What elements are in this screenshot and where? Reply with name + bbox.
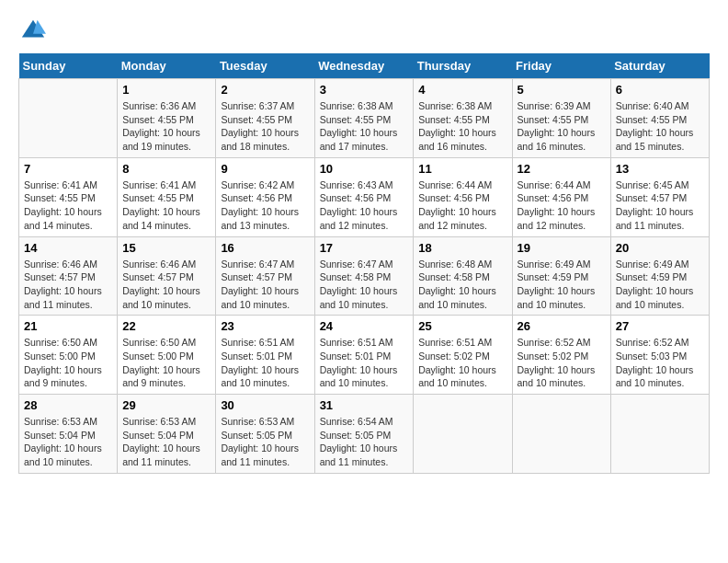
cell-info: Sunrise: 6:46 AM Sunset: 4:57 PM Dayligh…: [24, 258, 112, 312]
day-number: 1: [122, 83, 210, 97]
weekday-header: Tuesday: [216, 53, 314, 79]
day-number: 22: [122, 319, 210, 333]
cell-info: Sunrise: 6:43 AM Sunset: 4:56 PM Dayligh…: [320, 178, 409, 233]
cell-info: Sunrise: 6:52 AM Sunset: 5:02 PM Dayligh…: [518, 336, 606, 390]
day-number: 24: [320, 319, 409, 333]
logo-text: [18, 18, 48, 44]
page-header: [18, 18, 710, 44]
calendar-cell: 6Sunrise: 6:40 AM Sunset: 4:55 PM Daylig…: [610, 79, 709, 158]
day-number: 17: [320, 241, 409, 255]
day-number: 9: [221, 162, 309, 176]
logo: [18, 18, 48, 44]
cell-info: Sunrise: 6:52 AM Sunset: 5:03 PM Dayligh…: [616, 336, 704, 390]
day-number: 19: [518, 241, 606, 255]
calendar-cell: 4Sunrise: 6:38 AM Sunset: 4:55 PM Daylig…: [414, 79, 512, 158]
calendar-cell: 24Sunrise: 6:51 AM Sunset: 5:01 PM Dayli…: [314, 316, 414, 395]
cell-info: Sunrise: 6:38 AM Sunset: 4:55 PM Dayligh…: [418, 99, 506, 154]
cell-info: Sunrise: 6:49 AM Sunset: 4:59 PM Dayligh…: [518, 258, 606, 312]
cell-info: Sunrise: 6:41 AM Sunset: 4:55 PM Dayligh…: [24, 178, 112, 233]
calendar-week-row: 7Sunrise: 6:41 AM Sunset: 4:55 PM Daylig…: [19, 157, 710, 236]
calendar-cell: 20Sunrise: 6:49 AM Sunset: 4:59 PM Dayli…: [610, 236, 709, 316]
cell-info: Sunrise: 6:53 AM Sunset: 5:04 PM Dayligh…: [122, 415, 210, 469]
calendar-cell: 5Sunrise: 6:39 AM Sunset: 4:55 PM Daylig…: [512, 79, 610, 158]
calendar-cell: [610, 395, 709, 474]
cell-info: Sunrise: 6:44 AM Sunset: 4:56 PM Dayligh…: [418, 178, 506, 233]
day-number: 15: [122, 241, 210, 255]
calendar-cell: 12Sunrise: 6:44 AM Sunset: 4:56 PM Dayli…: [512, 157, 610, 236]
calendar-cell: [19, 79, 118, 158]
calendar-cell: 28Sunrise: 6:53 AM Sunset: 5:04 PM Dayli…: [19, 395, 118, 474]
day-number: 12: [518, 162, 606, 176]
cell-info: Sunrise: 6:54 AM Sunset: 5:05 PM Dayligh…: [320, 415, 409, 469]
calendar-cell: 26Sunrise: 6:52 AM Sunset: 5:02 PM Dayli…: [512, 316, 610, 395]
calendar-cell: 9Sunrise: 6:42 AM Sunset: 4:56 PM Daylig…: [216, 157, 314, 236]
calendar-cell: 8Sunrise: 6:41 AM Sunset: 4:55 PM Daylig…: [118, 157, 216, 236]
cell-info: Sunrise: 6:51 AM Sunset: 5:01 PM Dayligh…: [221, 336, 309, 390]
weekday-header: Wednesday: [314, 53, 414, 79]
day-number: 2: [221, 83, 309, 97]
calendar-week-row: 14Sunrise: 6:46 AM Sunset: 4:57 PM Dayli…: [19, 236, 710, 316]
calendar-cell: [512, 395, 610, 474]
calendar-cell: 14Sunrise: 6:46 AM Sunset: 4:57 PM Dayli…: [19, 236, 118, 316]
cell-info: Sunrise: 6:39 AM Sunset: 4:55 PM Dayligh…: [518, 99, 606, 154]
cell-info: Sunrise: 6:50 AM Sunset: 5:00 PM Dayligh…: [122, 336, 210, 390]
cell-info: Sunrise: 6:47 AM Sunset: 4:58 PM Dayligh…: [320, 258, 409, 312]
day-number: 14: [24, 241, 112, 255]
day-number: 5: [518, 83, 606, 97]
cell-info: Sunrise: 6:40 AM Sunset: 4:55 PM Dayligh…: [616, 99, 704, 154]
calendar-cell: 3Sunrise: 6:38 AM Sunset: 4:55 PM Daylig…: [314, 79, 414, 158]
calendar-header: SundayMondayTuesdayWednesdayThursdayFrid…: [19, 53, 710, 79]
calendar-cell: 10Sunrise: 6:43 AM Sunset: 4:56 PM Dayli…: [314, 157, 414, 236]
day-number: 21: [24, 319, 112, 333]
cell-info: Sunrise: 6:48 AM Sunset: 4:58 PM Dayligh…: [418, 258, 506, 312]
calendar-cell: [414, 395, 512, 474]
cell-info: Sunrise: 6:45 AM Sunset: 4:57 PM Dayligh…: [616, 178, 704, 233]
calendar-cell: 19Sunrise: 6:49 AM Sunset: 4:59 PM Dayli…: [512, 236, 610, 316]
weekday-header: Thursday: [414, 53, 512, 79]
cell-info: Sunrise: 6:41 AM Sunset: 4:55 PM Dayligh…: [122, 178, 210, 233]
cell-info: Sunrise: 6:44 AM Sunset: 4:56 PM Dayligh…: [518, 178, 606, 233]
cell-info: Sunrise: 6:36 AM Sunset: 4:55 PM Dayligh…: [122, 99, 210, 154]
day-number: 8: [122, 162, 210, 176]
cell-info: Sunrise: 6:47 AM Sunset: 4:57 PM Dayligh…: [221, 258, 309, 312]
day-number: 30: [221, 398, 309, 412]
day-number: 3: [320, 83, 409, 97]
weekday-header: Sunday: [19, 53, 118, 79]
calendar-cell: 16Sunrise: 6:47 AM Sunset: 4:57 PM Dayli…: [216, 236, 314, 316]
day-number: 20: [616, 241, 704, 255]
weekday-header: Saturday: [610, 53, 709, 79]
calendar-cell: 29Sunrise: 6:53 AM Sunset: 5:04 PM Dayli…: [118, 395, 216, 474]
cell-info: Sunrise: 6:49 AM Sunset: 4:59 PM Dayligh…: [616, 258, 704, 312]
day-number: 10: [320, 162, 409, 176]
calendar-cell: 27Sunrise: 6:52 AM Sunset: 5:03 PM Dayli…: [610, 316, 709, 395]
calendar-cell: 25Sunrise: 6:51 AM Sunset: 5:02 PM Dayli…: [414, 316, 512, 395]
weekday-header: Monday: [118, 53, 216, 79]
cell-info: Sunrise: 6:46 AM Sunset: 4:57 PM Dayligh…: [122, 258, 210, 312]
weekday-header: Friday: [512, 53, 610, 79]
day-number: 11: [418, 162, 506, 176]
calendar-cell: 15Sunrise: 6:46 AM Sunset: 4:57 PM Dayli…: [118, 236, 216, 316]
calendar-cell: 22Sunrise: 6:50 AM Sunset: 5:00 PM Dayli…: [118, 316, 216, 395]
day-number: 26: [518, 319, 606, 333]
calendar-cell: 31Sunrise: 6:54 AM Sunset: 5:05 PM Dayli…: [314, 395, 414, 474]
day-number: 16: [221, 241, 309, 255]
day-number: 18: [418, 241, 506, 255]
day-number: 29: [122, 398, 210, 412]
calendar-cell: 21Sunrise: 6:50 AM Sunset: 5:00 PM Dayli…: [19, 316, 118, 395]
calendar-table: SundayMondayTuesdayWednesdayThursdayFrid…: [18, 53, 710, 474]
cell-info: Sunrise: 6:38 AM Sunset: 4:55 PM Dayligh…: [320, 99, 409, 154]
day-number: 7: [24, 162, 112, 176]
day-number: 6: [616, 83, 704, 97]
calendar-cell: 7Sunrise: 6:41 AM Sunset: 4:55 PM Daylig…: [19, 157, 118, 236]
cell-info: Sunrise: 6:53 AM Sunset: 5:05 PM Dayligh…: [221, 415, 309, 469]
calendar-cell: 2Sunrise: 6:37 AM Sunset: 4:55 PM Daylig…: [216, 79, 314, 158]
cell-info: Sunrise: 6:51 AM Sunset: 5:01 PM Dayligh…: [320, 336, 409, 390]
day-number: 4: [418, 83, 506, 97]
day-number: 31: [320, 398, 409, 412]
day-number: 25: [418, 319, 506, 333]
calendar-cell: 30Sunrise: 6:53 AM Sunset: 5:05 PM Dayli…: [216, 395, 314, 474]
day-number: 28: [24, 398, 112, 412]
calendar-week-row: 21Sunrise: 6:50 AM Sunset: 5:00 PM Dayli…: [19, 316, 710, 395]
cell-info: Sunrise: 6:42 AM Sunset: 4:56 PM Dayligh…: [221, 178, 309, 233]
calendar-cell: 11Sunrise: 6:44 AM Sunset: 4:56 PM Dayli…: [414, 157, 512, 236]
